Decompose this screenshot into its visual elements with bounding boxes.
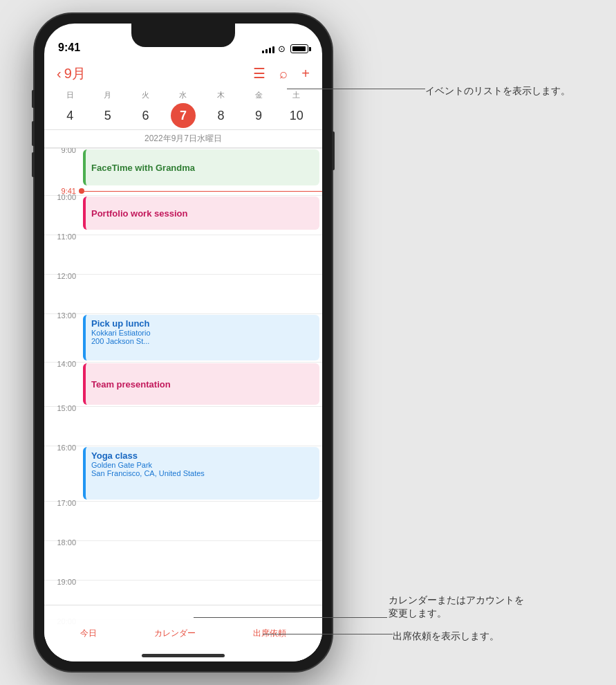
ann-list-label: イベントのリストを表示します。 bbox=[425, 85, 570, 96]
ann-text-2: カレンダーまたはアカウントを 変更します。 bbox=[389, 594, 524, 620]
portfolio-event[interactable]: Portfolio work session bbox=[83, 197, 319, 230]
pickup-event[interactable]: Pick up lunch Kokkari Estiatorio 200 Jac… bbox=[83, 315, 319, 360]
week-strip: 日 月 火 水 木 金 土 4 5 6 7 8 9 bbox=[44, 89, 322, 130]
presentation-title: Team presentation bbox=[91, 379, 171, 390]
day-numbers: 4 5 6 7 8 9 10 bbox=[51, 103, 315, 128]
signal-icon bbox=[262, 45, 274, 53]
day-label-mon: 月 bbox=[95, 90, 120, 100]
today-label: 今日 bbox=[80, 628, 97, 639]
events-18 bbox=[82, 541, 322, 580]
events-17 bbox=[82, 502, 322, 540]
time-row-9: 9:00 FaceTime with Grandma bbox=[44, 148, 322, 188]
time-label-17: 17:00 bbox=[44, 497, 82, 507]
tab-calendar[interactable]: カレンダー bbox=[143, 622, 207, 645]
yoga-title: Yoga class bbox=[91, 450, 314, 461]
tab-today[interactable]: 今日 bbox=[69, 622, 108, 645]
time-row-16: 16:00 Yoga class Golden Gate Park San Fr… bbox=[44, 446, 322, 501]
time-label-18: 18:00 bbox=[44, 537, 82, 547]
time-label-15: 15:00 bbox=[44, 403, 82, 412]
power-button bbox=[332, 131, 335, 170]
day-label-sun: 日 bbox=[57, 90, 82, 100]
facetime-event[interactable]: FaceTime with Grandma bbox=[83, 149, 319, 185]
current-time-dot bbox=[79, 188, 84, 194]
tab-bar: 今日 カレンダー 出席依頼 bbox=[44, 605, 322, 661]
day-4[interactable]: 4 bbox=[57, 103, 82, 128]
events-12 bbox=[82, 275, 322, 313]
events-15 bbox=[82, 407, 322, 446]
ann-calendar-label: カレンダーまたはアカウントを 変更します。 bbox=[389, 594, 524, 619]
chevron-left-icon: ‹ bbox=[57, 66, 62, 82]
status-icons: ⊙ bbox=[262, 44, 308, 54]
add-event-button[interactable]: + bbox=[301, 66, 310, 82]
events-13: Pick up lunch Kokkari Estiatorio 200 Jac… bbox=[82, 314, 322, 361]
day-label-fri: 金 bbox=[246, 90, 271, 100]
yoga-subtitle1: Golden Gate Park bbox=[91, 461, 314, 469]
time-label-14: 14:00 bbox=[44, 358, 82, 368]
day-labels: 日 月 火 水 木 金 土 bbox=[51, 90, 315, 100]
day-label-thu: 木 bbox=[209, 90, 234, 100]
phone-screen: 9:41 ⊙ bbox=[44, 24, 322, 661]
time-label-13: 13:00 bbox=[44, 310, 82, 320]
time-label-9: 9:00 bbox=[44, 148, 82, 154]
events-10: Portfolio work session bbox=[82, 196, 322, 235]
events-14: Team presentation bbox=[82, 363, 322, 405]
wifi-icon: ⊙ bbox=[278, 44, 286, 54]
pickup-title: Pick up lunch bbox=[91, 318, 314, 329]
calendar-header: ‹ 9月 ☰ ⌕ + bbox=[44, 58, 322, 89]
phone-wrapper: 9:41 ⊙ bbox=[35, 14, 332, 671]
calendar-app: ‹ 9月 ☰ ⌕ + 日 月 火 水 木 bbox=[44, 58, 322, 661]
day-label-wed: 水 bbox=[171, 90, 196, 100]
ann-inbox-label: 出席依頼を表示します。 bbox=[393, 630, 499, 641]
day-label-tue: 火 bbox=[133, 90, 158, 100]
notch bbox=[131, 24, 235, 47]
current-time-line bbox=[82, 191, 322, 192]
day-6[interactable]: 6 bbox=[133, 103, 158, 128]
home-indicator bbox=[142, 654, 225, 657]
day-5[interactable]: 5 bbox=[95, 103, 120, 128]
time-row-18: 18:00 bbox=[44, 540, 322, 580]
time-label-16: 16:00 bbox=[44, 442, 82, 452]
time-label-11: 11:00 bbox=[44, 231, 82, 241]
day-8[interactable]: 8 bbox=[209, 103, 234, 128]
time-row-15: 15:00 bbox=[44, 406, 322, 446]
scene: 9:41 ⊙ bbox=[0, 0, 616, 685]
header-actions: ☰ ⌕ + bbox=[253, 65, 310, 82]
pickup-subtitle1: Kokkari Estiatorio bbox=[91, 329, 314, 337]
calendar-label: カレンダー bbox=[154, 628, 196, 639]
day-7-today[interactable]: 7 bbox=[171, 103, 196, 128]
events-11 bbox=[82, 235, 322, 274]
day-10[interactable]: 10 bbox=[284, 103, 309, 128]
battery-icon bbox=[290, 44, 308, 53]
time-row-12: 12:00 bbox=[44, 274, 322, 313]
timeline[interactable]: 9:00 FaceTime with Grandma 9:41 bbox=[44, 148, 322, 661]
portfolio-title: Portfolio work session bbox=[91, 208, 187, 219]
current-time-label: 9:41 bbox=[44, 187, 82, 195]
time-row-17: 17:00 bbox=[44, 501, 322, 540]
yoga-event[interactable]: Yoga class Golden Gate Park San Francisc… bbox=[83, 447, 319, 500]
time-row-11: 11:00 bbox=[44, 235, 322, 274]
time-label-19: 19:00 bbox=[44, 576, 82, 586]
current-time-row: 9:41 bbox=[44, 187, 322, 195]
time-label-12: 12:00 bbox=[44, 271, 82, 280]
yoga-subtitle2: San Francisco, CA, United States bbox=[91, 469, 314, 477]
ann-text-3: 出席依頼を表示します。 bbox=[393, 630, 499, 643]
month-title: 9月 bbox=[64, 64, 86, 83]
day-9[interactable]: 9 bbox=[246, 103, 271, 128]
date-subtitle: 2022年9月7日水曜日 bbox=[44, 130, 322, 148]
events-16: Yoga class Golden Gate Park San Francisc… bbox=[82, 446, 322, 500]
time-row-10: 10:00 Portfolio work session bbox=[44, 195, 322, 235]
ann-text-1: イベントのリストを表示します。 bbox=[425, 84, 570, 98]
facetime-title: FaceTime with Grandma bbox=[91, 163, 195, 173]
search-icon[interactable]: ⌕ bbox=[279, 66, 288, 82]
back-button[interactable]: ‹ 9月 bbox=[57, 64, 86, 83]
presentation-event[interactable]: Team presentation bbox=[83, 363, 319, 405]
events-9: FaceTime with Grandma bbox=[82, 149, 322, 188]
inbox-label: 出席依頼 bbox=[253, 628, 286, 639]
volume-up-button bbox=[32, 121, 35, 146]
tab-inbox[interactable]: 出席依頼 bbox=[242, 622, 297, 645]
list-view-icon[interactable]: ☰ bbox=[253, 65, 265, 82]
status-time: 9:41 bbox=[58, 42, 80, 54]
time-row-13: 13:00 Pick up lunch Kokkari Estiatorio 2… bbox=[44, 313, 322, 362]
time-row-14: 14:00 Team presentation bbox=[44, 362, 322, 406]
volume-down-button bbox=[32, 152, 35, 177]
